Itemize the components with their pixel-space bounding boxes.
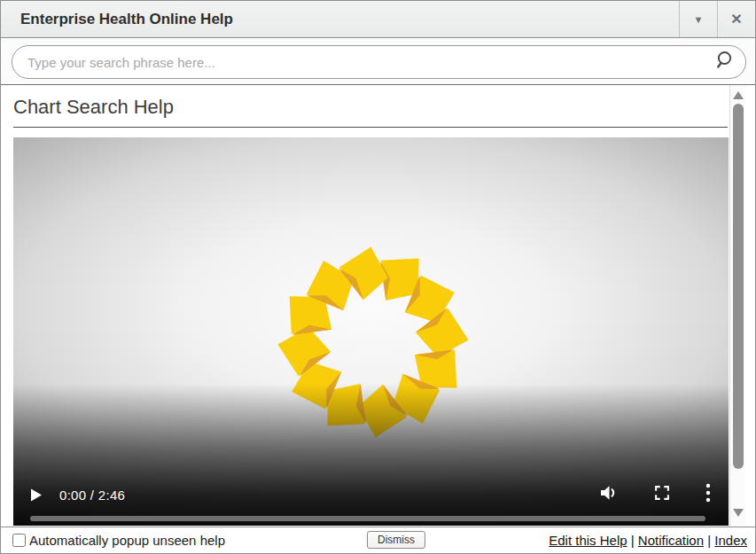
dismiss-button[interactable]: Dismiss (367, 531, 425, 549)
auto-popup-label: Automatically popup unseen help (29, 533, 225, 548)
footer-bar: Automatically popup unseen help Dismiss … (1, 527, 755, 553)
search-bar-row (1, 39, 755, 85)
article-heading: Chart Search Help (13, 96, 729, 119)
volume-icon[interactable] (597, 482, 619, 507)
play-button[interactable] (30, 488, 43, 502)
search-icon[interactable] (713, 50, 735, 74)
footer-links: Edit this Help | Notification | Index (549, 533, 755, 548)
collapse-button[interactable]: ▼ (679, 1, 717, 37)
help-dialog-window: Enterprise Health Online Help ▼ ✕ Chart … (0, 0, 756, 554)
video-controls: 0:00 / 2:46 (26, 482, 711, 507)
scrollbar-thumb[interactable] (733, 104, 744, 469)
video-controls-right (597, 482, 711, 507)
link-separator: | (631, 533, 638, 548)
help-content-area: Chart Search Help 0:00 / 2:46 (1, 85, 741, 527)
search-field-container (12, 45, 746, 79)
vertical-scrollbar[interactable] (729, 85, 745, 527)
fullscreen-icon[interactable] (652, 483, 672, 506)
window-title: Enterprise Health Online Help (1, 11, 679, 28)
titlebar: Enterprise Health Online Help ▼ ✕ (1, 1, 755, 38)
scroll-down-arrow-icon[interactable] (733, 509, 744, 517)
video-progress-bar[interactable] (30, 516, 705, 521)
video-time-display: 0:00 / 2:46 (59, 488, 125, 503)
auto-popup-checkbox[interactable] (12, 534, 26, 547)
search-input[interactable] (27, 55, 713, 70)
close-icon: ✕ (730, 11, 742, 27)
chevron-down-icon: ▼ (694, 14, 704, 25)
close-button[interactable]: ✕ (717, 1, 755, 37)
more-options-icon[interactable] (705, 482, 711, 507)
heading-divider (13, 127, 728, 128)
video-player[interactable]: 0:00 / 2:46 (13, 137, 729, 526)
edit-this-help-link[interactable]: Edit this Help (549, 533, 627, 548)
scroll-up-arrow-icon[interactable] (733, 91, 744, 99)
index-link[interactable]: Index (714, 533, 747, 548)
notification-link[interactable]: Notification (638, 533, 704, 548)
